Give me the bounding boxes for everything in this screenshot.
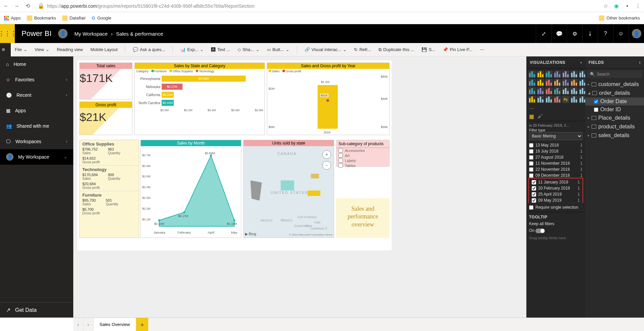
nav-favorites[interactable]: ☆ Favorites› — [0, 72, 73, 87]
require-single-row[interactable]: Require single selection — [526, 203, 585, 212]
filter-item[interactable]: 11 November 20181 — [526, 160, 585, 166]
viz-type-icon[interactable] — [570, 79, 578, 86]
browser-menu-icon[interactable]: ⋮ — [635, 3, 641, 9]
viz-type-icon[interactable] — [537, 71, 544, 78]
viz-type-icon[interactable] — [537, 87, 544, 95]
viz-type-icon[interactable]: Py — [562, 96, 569, 103]
star-icon[interactable]: ☆ — [602, 3, 609, 9]
viz-type-icon[interactable] — [528, 87, 536, 95]
add-page-button[interactable]: ＋ — [136, 318, 148, 331]
table-row[interactable]: ▸ Place_details — [585, 114, 644, 122]
visual-interactions-button[interactable]: 🔗 Visual interac... ⌄ — [305, 47, 347, 52]
filter-item[interactable]: 20 February 20191 — [529, 185, 582, 191]
viz-type-icon[interactable] — [562, 79, 569, 86]
viz-type-icon[interactable] — [562, 87, 569, 95]
viz-type-icon[interactable] — [537, 96, 544, 103]
forward-button[interactable]: → — [13, 3, 20, 9]
textbox-button[interactable]: 🅰 Text ... — [211, 47, 230, 52]
viz-type-icon[interactable] — [570, 96, 578, 103]
table-row[interactable]: ▸ customer_details — [585, 80, 644, 89]
reading-view-button[interactable]: Reading view — [57, 47, 83, 52]
page-tab[interactable]: Sales Overview — [93, 318, 136, 331]
slicer-item[interactable]: Labels — [336, 158, 389, 163]
app-launcher-icon[interactable]: ⋮⋮⋮ — [0, 24, 15, 43]
help-icon[interactable]: ? — [598, 24, 613, 43]
viz-type-icon[interactable] — [570, 87, 578, 95]
viz-type-icon[interactable] — [537, 79, 544, 86]
filter-item[interactable]: 16 July 20181 — [526, 148, 585, 154]
field-row[interactable]: Order Date — [585, 97, 644, 106]
slicer-item[interactable]: Tables — [336, 163, 389, 168]
comments-icon[interactable]: 💬 — [551, 24, 567, 43]
bookmark-folder[interactable]: Bookmarks — [27, 15, 56, 21]
pane-header[interactable]: VISUALIZATIONS› — [526, 56, 585, 69]
viz-type-icon[interactable] — [545, 96, 553, 103]
file-menu[interactable]: File ⌄ — [15, 47, 27, 52]
extension-icon[interactable]: ▪ — [624, 3, 631, 9]
other-bookmarks[interactable]: Other bookmarks — [599, 15, 640, 21]
viz-type-icon[interactable] — [562, 71, 569, 78]
viz-type-icon[interactable] — [545, 87, 553, 95]
table-row[interactable]: ▸ sales_details — [585, 131, 644, 140]
refresh-button[interactable]: ↻ Refr... — [354, 47, 371, 52]
viz-type-icon[interactable] — [554, 71, 561, 78]
filter-item[interactable]: 13 May 20181 — [526, 142, 585, 148]
card-subcategory[interactable]: Sub-category of products Accessories Art… — [336, 140, 390, 167]
tab-next[interactable]: › — [83, 318, 93, 331]
save-button[interactable]: 💾 S... — [421, 47, 435, 52]
viz-type-icon[interactable] — [528, 96, 536, 103]
view-menu[interactable]: View ⌄ — [35, 47, 49, 52]
explore-button[interactable]: 📊 Exp... ⌄ — [180, 47, 204, 52]
filter-item[interactable]: 22 November 20181 — [526, 166, 585, 172]
viz-type-icon[interactable] — [570, 71, 578, 78]
viz-type-icon[interactable] — [528, 71, 536, 78]
bookmark-folder[interactable]: Dataflair — [62, 15, 86, 21]
user-avatar[interactable]: 👤 — [629, 24, 644, 43]
more-visuals-icon[interactable]: ⋯ — [526, 105, 585, 112]
tab-prev[interactable]: ‹ — [73, 318, 83, 331]
fields-search[interactable]: 🔍 Search — [587, 71, 642, 78]
url-bar[interactable]: 🔒 https://app.powerbi.com/groups/me/repo… — [35, 3, 598, 9]
pin-button[interactable]: 📌 Pin Live P... — [443, 47, 473, 52]
fullscreen-icon[interactable]: ⤢ — [536, 24, 551, 43]
ask-question-button[interactable]: 💬 Ask a ques... — [133, 47, 165, 52]
nav-workspaces[interactable]: 🖵 Workspaces› — [0, 134, 73, 149]
apps-shortcut[interactable]: Apps — [4, 15, 21, 20]
nav-my-workspace[interactable]: 👤 My Workspace⌄ — [0, 149, 73, 165]
filter-item[interactable]: 09 May 20191 — [529, 197, 582, 203]
slicer-item[interactable]: Accessories — [336, 148, 389, 153]
reload-button[interactable]: ⟲ — [24, 3, 31, 9]
filter-item[interactable]: 11 January 20191 — [529, 179, 582, 185]
card-category-kpis[interactable]: Office Supplies$786,752Sales962Quantity$… — [79, 140, 139, 238]
viz-type-icon[interactable] — [545, 79, 553, 86]
card-sales-by-month[interactable]: Sales by Month $0.7M$0.6M$0.5M $0.4M$0.3… — [140, 140, 241, 238]
download-icon[interactable]: ⭳ — [582, 24, 598, 43]
mobile-layout-button[interactable]: Mobile Layout — [90, 47, 118, 52]
slicer-item[interactable]: Art — [336, 153, 389, 158]
nav-recent[interactable]: 🕓 Recent› — [0, 87, 73, 103]
card-total-sales[interactable]: Total sales $171K — [79, 63, 132, 99]
nav-apps[interactable]: ▦ Apps — [0, 103, 73, 118]
format-tab-icon[interactable]: 🖌 — [537, 113, 543, 120]
nav-collapse-icon[interactable]: ≡ — [0, 43, 11, 56]
filter-item[interactable]: 27 August 20181 — [526, 154, 585, 160]
card-sales-by-state[interactable]: Sales by State and Category Category Fur… — [134, 63, 265, 135]
buttons-button[interactable]: ▭ Butt... ⌄ — [267, 47, 289, 52]
zoom-out-button[interactable]: － — [322, 161, 331, 170]
tooltip-toggle[interactable]: On — [529, 228, 582, 233]
viz-type-icon[interactable] — [554, 79, 561, 86]
pane-header[interactable]: FIELDS› — [585, 56, 644, 69]
viz-type-icon[interactable] — [554, 87, 561, 95]
table-row[interactable]: ◢ order_details — [585, 89, 644, 97]
bookmark-link[interactable]: GGoogle — [92, 15, 111, 20]
viz-type-icon[interactable] — [554, 96, 561, 103]
nav-shared[interactable]: 👥 Shared with me — [0, 118, 73, 134]
shapes-button[interactable]: ◇ Sha... ⌄ — [238, 47, 259, 52]
back-button[interactable]: ← — [3, 3, 9, 9]
card-sales-year[interactable]: Sales and Gross profit by Year Sales Gro… — [267, 63, 390, 135]
feedback-smile-icon[interactable]: ☺ — [613, 24, 629, 43]
card-gross-profit[interactable]: Gross profit $21K — [79, 101, 132, 135]
field-row[interactable]: Order ID — [585, 106, 644, 114]
more-icon[interactable]: ⋯ — [480, 47, 484, 52]
duplicate-button[interactable]: ⧉ Duplicate this ... — [378, 47, 414, 52]
